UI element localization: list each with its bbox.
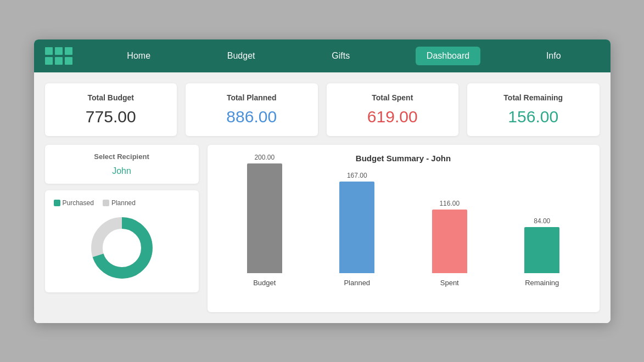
bar-group-planned: 167.00Planned bbox=[339, 172, 374, 287]
stat-total-remaining: Total Remaining 156.00 bbox=[467, 83, 600, 136]
bar-chart: 200.00Budget167.00Planned116.00Spent84.0… bbox=[219, 172, 589, 303]
legend-planned: Planned bbox=[103, 199, 136, 207]
bar-label-remaining: Remaining bbox=[525, 279, 559, 287]
total-remaining-label: Total Remaining bbox=[476, 93, 591, 102]
bar-group-remaining: 84.00Remaining bbox=[524, 217, 559, 287]
app-logo bbox=[45, 47, 72, 65]
total-budget-value: 775.00 bbox=[54, 108, 169, 126]
bar-label-spent: Spent bbox=[440, 279, 459, 287]
planned-dot bbox=[103, 200, 109, 206]
bar-label-budget: Budget bbox=[253, 279, 276, 287]
planned-label: Planned bbox=[111, 199, 136, 207]
recipient-card: Select Recipient John bbox=[45, 145, 199, 184]
nav-home[interactable]: Home bbox=[116, 47, 161, 65]
donut-legend: Purchased Planned bbox=[54, 199, 136, 207]
recipient-label: Select Recipient bbox=[54, 152, 190, 161]
purchased-label: Purchased bbox=[63, 199, 94, 207]
bar-rect-remaining bbox=[524, 227, 559, 273]
stat-total-budget: Total Budget 775.00 bbox=[45, 83, 177, 136]
total-planned-label: Total Planned bbox=[194, 93, 309, 102]
bar-value-spent: 116.00 bbox=[439, 200, 460, 207]
bar-rect-planned bbox=[339, 182, 374, 273]
legend-purchased: Purchased bbox=[54, 199, 94, 207]
total-remaining-value: 156.00 bbox=[476, 108, 591, 126]
donut-chart bbox=[86, 212, 158, 284]
nav-budget[interactable]: Budget bbox=[216, 47, 266, 65]
nav-info[interactable]: Info bbox=[535, 47, 572, 65]
purchased-dot bbox=[54, 200, 60, 206]
bar-label-planned: Planned bbox=[344, 279, 370, 287]
recipient-value: John bbox=[54, 166, 190, 176]
bar-value-remaining: 84.00 bbox=[534, 217, 550, 225]
total-planned-value: 886.00 bbox=[194, 108, 309, 126]
stat-total-planned: Total Planned 886.00 bbox=[186, 83, 318, 136]
app-window: Home Budget Gifts Dashboard Info Total B… bbox=[34, 39, 611, 323]
bar-rect-budget bbox=[247, 163, 282, 273]
bar-group-spent: 116.00Spent bbox=[432, 200, 467, 287]
donut-card: Purchased Planned bbox=[45, 190, 199, 292]
nav-gifts[interactable]: Gifts bbox=[321, 47, 361, 65]
main-content: Total Budget 775.00 Total Planned 886.00… bbox=[34, 72, 611, 323]
total-spent-label: Total Spent bbox=[335, 93, 450, 102]
navbar: Home Budget Gifts Dashboard Info bbox=[34, 39, 611, 72]
total-spent-value: 619.00 bbox=[335, 108, 450, 126]
total-budget-label: Total Budget bbox=[54, 93, 169, 102]
bar-rect-spent bbox=[432, 210, 467, 273]
bar-group-budget: 200.00Budget bbox=[247, 154, 282, 287]
bar-value-budget: 200.00 bbox=[254, 154, 275, 161]
nav-dashboard[interactable]: Dashboard bbox=[416, 47, 480, 65]
nav-links: Home Budget Gifts Dashboard Info bbox=[89, 47, 600, 65]
chart-card: Budget Summary - John 200.00Budget167.00… bbox=[208, 145, 600, 312]
left-panel: Select Recipient John Purchased Planned bbox=[45, 145, 199, 312]
bottom-row: Select Recipient John Purchased Planned bbox=[45, 145, 600, 312]
bar-value-planned: 167.00 bbox=[347, 172, 367, 179]
stat-total-spent: Total Spent 619.00 bbox=[327, 83, 459, 136]
stat-cards-row: Total Budget 775.00 Total Planned 886.00… bbox=[45, 83, 600, 136]
